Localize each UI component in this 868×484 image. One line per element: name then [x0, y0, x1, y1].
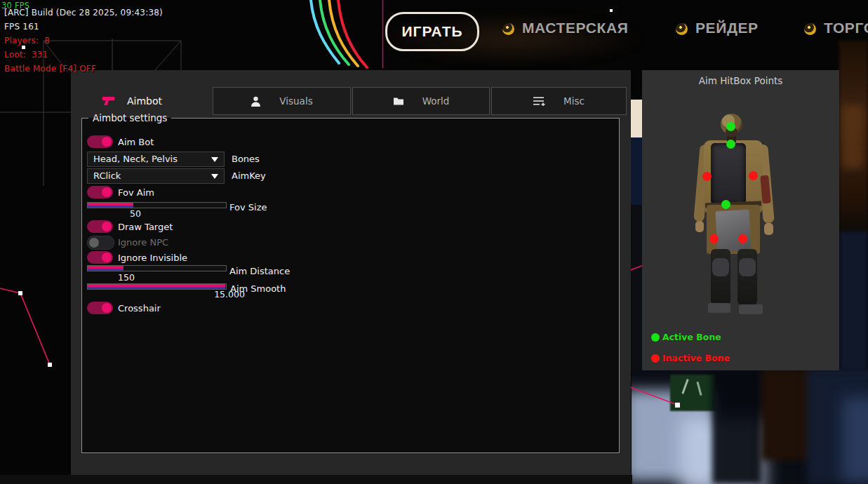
model-left-hand: [695, 221, 704, 232]
blue-light-blob: [842, 397, 868, 481]
tab-label: Visuals: [279, 95, 312, 107]
folder-icon: [393, 96, 404, 106]
aim-distance-value: 150: [118, 272, 135, 283]
sliders-icon: [533, 96, 545, 106]
legend-inactive-dot: [651, 354, 660, 363]
play-button-label: ИГРАТЬ: [401, 23, 462, 40]
bottom-dark-strip: [0, 475, 632, 484]
slider-fill: [88, 284, 225, 289]
rust-highlight: [842, 105, 863, 168]
fov-aim-toggle[interactable]: [87, 186, 113, 199]
coin-icon: [676, 23, 688, 35]
toggle-knob: [102, 222, 112, 231]
hitbox-point-neck[interactable]: [726, 140, 735, 149]
ignore-npc-label: Ignore NPC: [118, 237, 168, 248]
toggle-knob: [89, 238, 99, 248]
coin-icon: [804, 23, 816, 35]
fov-size-label: Fov Size: [229, 202, 267, 213]
toggle-knob: [102, 253, 112, 262]
bottom-right-scene: [632, 369, 868, 484]
model-right-leg: [737, 249, 757, 305]
crosshair-label: Crosshair: [118, 303, 161, 314]
green-sign: [670, 375, 716, 411]
group-title: Aimbot settings: [88, 112, 171, 123]
hitbox-point-pelvis[interactable]: [721, 200, 730, 209]
tab-aimbot[interactable]: Aimbot: [76, 87, 212, 115]
fps-text: FPS 161: [4, 22, 39, 32]
aim-distance-slider[interactable]: [87, 265, 227, 271]
tab-misc[interactable]: Misc: [491, 87, 627, 115]
play-button[interactable]: ИГРАТЬ: [385, 12, 479, 51]
tab-label: Misc: [563, 95, 585, 107]
cheat-menu-panel: Aimbot Visuals World: [71, 70, 631, 475]
hitbox-point-left-thigh[interactable]: [709, 234, 719, 243]
loot-count-text: Loot: 331: [4, 50, 48, 60]
slider-fill: [88, 266, 123, 271]
chevron-down-icon: [211, 157, 218, 162]
bones-dropdown-value: Head, Neck, Pelvis: [93, 154, 178, 164]
ignore-invisible-toggle[interactable]: [87, 251, 113, 264]
hitbox-point-left-shoulder[interactable]: [702, 172, 712, 181]
draw-target-toggle[interactable]: [87, 220, 113, 233]
person-icon: [251, 96, 261, 107]
tab-world[interactable]: World: [352, 87, 490, 115]
brown-column: [761, 369, 814, 460]
hitbox-panel-title: Aim HitBox Points: [642, 75, 839, 86]
coin-icon: [502, 23, 514, 35]
menu-item-masterskaya[interactable]: МАСТЕРСКАЯ: [522, 20, 628, 36]
window-light-blob: [681, 418, 765, 484]
rainbow-streak: [311, 0, 367, 67]
players-count-text: Players: 8: [4, 36, 50, 46]
hitbox-point-head[interactable]: [726, 122, 735, 131]
tab-label: Aimbot: [127, 95, 162, 107]
toggle-knob: [102, 137, 112, 147]
hitbox-point-right-shoulder[interactable]: [749, 171, 758, 180]
ignore-invisible-label: Ignore Invisible: [118, 253, 187, 263]
window-light-blob: [632, 390, 716, 481]
aimkey-label: AimKey: [232, 170, 266, 181]
crosshair-toggle[interactable]: [87, 302, 113, 314]
draw-target-label: Draw Target: [118, 222, 173, 232]
menu-item-torgo[interactable]: ТОРГО: [824, 20, 868, 36]
fov-size-value: 50: [130, 208, 141, 219]
aim-distance-label: Aim Distance: [229, 266, 290, 276]
hitbox-preview-panel: Aim HitBox Points: [642, 70, 839, 370]
model-left-boot: [708, 303, 730, 313]
bones-dropdown[interactable]: Head, Neck, Pelvis: [87, 152, 225, 167]
legend-active-label: Active Bone: [662, 332, 721, 342]
pistol-icon: [102, 96, 115, 106]
bones-label: Bones: [232, 154, 260, 164]
toggle-knob: [102, 187, 112, 197]
rust-wall: [839, 41, 868, 237]
model-right-hand: [764, 223, 773, 235]
legend-active-dot: [651, 333, 660, 342]
blue-wall-blob: [807, 369, 868, 484]
blue-wall: [839, 231, 868, 372]
dark-column: [712, 369, 761, 484]
model-metal-plate: [716, 210, 752, 252]
sign-mark: [696, 382, 702, 396]
aimkey-dropdown[interactable]: RClick: [87, 168, 225, 184]
battle-mode-text: Battle Mode [F4] OFF: [4, 64, 96, 74]
aim-smooth-slider[interactable]: [87, 283, 227, 290]
aim-smooth-label: Aim Smooth: [230, 283, 286, 294]
tab-label: World: [422, 95, 450, 107]
sign-mark: [681, 379, 688, 394]
model-right-boot: [739, 304, 763, 314]
chevron-down-icon: [211, 174, 218, 179]
aim-bot-toggle[interactable]: [87, 135, 113, 148]
model-right-kneepad: [739, 258, 756, 276]
toggle-knob: [102, 303, 112, 313]
fov-size-slider[interactable]: [87, 202, 227, 208]
aimkey-dropdown-value: RClick: [93, 170, 121, 181]
hitbox-point-right-thigh[interactable]: [738, 234, 747, 243]
legend-inactive-label: Inactive Bone: [662, 353, 730, 363]
ignore-npc-toggle[interactable]: [87, 236, 114, 250]
screen: 30 FPS [ARC] Build (Dec 28 2025, 09:43:3…: [0, 0, 868, 484]
menu-item-raider[interactable]: РЕЙДЕР: [695, 20, 759, 36]
build-info-text: [ARC] Build (Dec 28 2025, 09:43:38): [4, 8, 163, 18]
model-chest-vest: [711, 143, 746, 205]
model-left-leg: [711, 249, 730, 305]
tab-visuals[interactable]: Visuals: [213, 87, 351, 115]
fov-aim-label: Fov Aim: [118, 187, 154, 198]
